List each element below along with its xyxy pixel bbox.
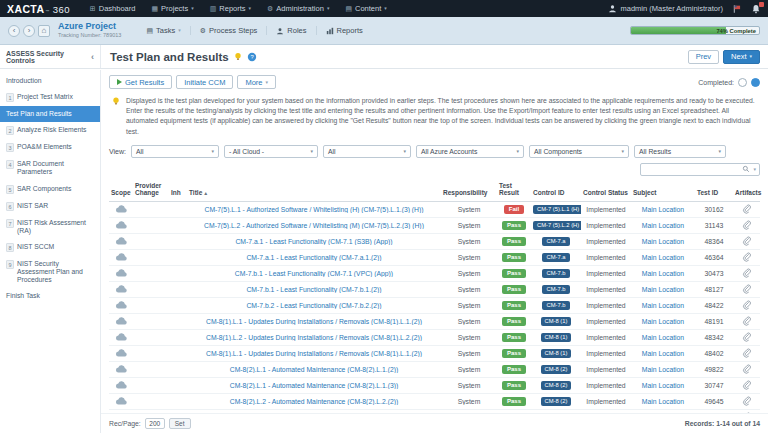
paperclip-icon[interactable] (742, 204, 751, 214)
table-row[interactable]: CM-7.b.1 - Least Functionality (CM-7.1 (… (109, 266, 760, 282)
table-row[interactable]: CM-8(2).L.2 - Automated Maintenance (CM-… (109, 394, 760, 410)
col-provider-change[interactable]: Provider Change (133, 181, 169, 198)
sidebar-item-introduction[interactable]: Introduction (0, 73, 100, 89)
cloud-scope-icon[interactable] (115, 221, 128, 229)
nav-projects[interactable]: ▦Projects▾ (143, 0, 201, 17)
notifications-button[interactable] (751, 4, 761, 14)
sidebar-item-sar-components[interactable]: 5SAR Components (0, 181, 100, 198)
col-test-result[interactable]: Test Result (497, 181, 531, 198)
sidebar-item-test-plan-and-results[interactable]: Test Plan and Results (0, 106, 100, 122)
nav-reports[interactable]: ▥Reports▾ (202, 0, 259, 17)
completed-toggle-on[interactable] (751, 78, 760, 87)
subject-link[interactable]: Main Location (642, 270, 684, 277)
view-filter-select-1[interactable]: All▾ (131, 145, 219, 158)
col-control-id[interactable]: Control ID (531, 188, 581, 197)
col-title[interactable]: Title▲ (187, 188, 441, 198)
paperclip-icon[interactable] (742, 348, 751, 358)
subject-link[interactable]: Main Location (642, 350, 684, 357)
cloud-scope-icon[interactable] (115, 365, 128, 373)
subject-link[interactable]: Main Location (642, 382, 684, 389)
subject-link[interactable]: Main Location (642, 318, 684, 325)
paperclip-icon[interactable] (742, 252, 751, 262)
help-icon[interactable]: ? (247, 52, 257, 62)
cloud-scope-icon[interactable] (115, 205, 128, 213)
test-result-badge[interactable]: Pass (502, 349, 526, 358)
initiate-ccm-button[interactable]: Initiate CCM (176, 75, 233, 89)
table-row[interactable]: CM-8(1).L.1 - Updates During Installatio… (109, 346, 760, 362)
sidebar-item-nist-risk-assessment[interactable]: 7NIST Risk Assessment (RA) (0, 215, 100, 239)
sidebar-item-project-test-matrix[interactable]: 1Project Test Matrix (0, 89, 100, 106)
table-row[interactable]: CM-8(1).L.2 - Updates During Installatio… (109, 330, 760, 346)
cloud-scope-icon[interactable] (115, 269, 128, 277)
subject-link[interactable]: Main Location (642, 398, 684, 405)
get-results-button[interactable]: Get Results (109, 75, 172, 89)
table-row[interactable]: CM-7(5).L.1 - Authorized Software / Whit… (109, 202, 760, 218)
test-title-link[interactable]: CM-8(2).L.1 - Automated Maintenance (CM-… (230, 366, 398, 373)
test-result-badge[interactable]: Pass (502, 397, 526, 406)
paperclip-icon[interactable] (742, 220, 751, 230)
sidebar-item-nist-security-assessment-plan[interactable]: 9NIST Security Assessment Plan and Proce… (0, 256, 100, 288)
subject-link[interactable]: Main Location (642, 254, 684, 261)
cloud-scope-icon[interactable] (115, 285, 128, 293)
rec-page-input[interactable] (145, 418, 165, 429)
table-row[interactable]: CM-7.b.1 - Least Functionality (CM-7.b.1… (109, 282, 760, 298)
col-scope[interactable]: Scope (109, 188, 133, 197)
table-row[interactable]: CM-8(1).L.1 - Updates During Installatio… (109, 314, 760, 330)
view-filter-select-6[interactable]: All Results▾ (634, 145, 726, 158)
test-result-badge[interactable]: Fail (504, 205, 524, 214)
table-row[interactable]: CM-7.a.1 - Least Functionality (CM-7.a.1… (109, 250, 760, 266)
home-button[interactable]: ⌂ (38, 25, 50, 37)
prev-button[interactable]: Prev (688, 50, 719, 64)
search-scope-caret-icon[interactable]: ▾ (753, 167, 756, 172)
sidebar-item-sar-document-parameters[interactable]: 4SAR Document Parameters (0, 156, 100, 180)
test-title-link[interactable]: CM-7.b.1 - Least Functionality (CM-7.1 (… (235, 270, 393, 277)
sidebar-collapse-icon[interactable]: ‹ (91, 52, 94, 62)
paperclip-icon[interactable] (742, 236, 751, 246)
test-result-badge[interactable]: Pass (502, 381, 526, 390)
col-control-status[interactable]: Control Status (581, 188, 631, 197)
test-title-link[interactable]: CM-7.a.1 - Least Functionality (CM-7.a.1… (246, 254, 381, 261)
sidebar-item-nist-sar[interactable]: 6NIST SAR (0, 198, 100, 215)
paperclip-icon[interactable] (742, 284, 751, 294)
subject-link[interactable]: Main Location (642, 334, 684, 341)
completed-toggle-off[interactable] (738, 78, 747, 87)
sidebar-item-finish-task[interactable]: Finish Task (0, 288, 100, 304)
paperclip-icon[interactable] (742, 268, 751, 278)
cloud-scope-icon[interactable] (115, 381, 128, 389)
test-result-badge[interactable]: Pass (502, 365, 526, 374)
subject-link[interactable]: Main Location (642, 222, 684, 229)
col-responsibility[interactable]: Responsibility (441, 188, 497, 197)
col-artifacts[interactable]: Artifacts (733, 188, 763, 197)
test-result-badge[interactable]: Pass (502, 253, 526, 262)
sidebar-item-poam-elements[interactable]: 3POA&M Elements (0, 139, 100, 156)
paperclip-icon[interactable] (742, 300, 751, 310)
paperclip-icon[interactable] (742, 332, 751, 342)
view-filter-select-2[interactable]: - All Cloud -▾ (224, 145, 318, 158)
forward-button[interactable]: › (23, 25, 35, 37)
cloud-scope-icon[interactable] (115, 349, 128, 357)
project-menu-roles[interactable]: Roles (266, 26, 315, 35)
test-result-badge[interactable]: Pass (502, 301, 526, 310)
cloud-scope-icon[interactable] (115, 237, 128, 245)
view-filter-select-5[interactable]: All Components▾ (529, 145, 629, 158)
test-result-badge[interactable]: Pass (502, 317, 526, 326)
test-result-badge[interactable]: Pass (502, 221, 526, 230)
test-title-link[interactable]: CM-7(5).L.1 - Authorized Software / Whit… (204, 206, 423, 213)
next-button[interactable]: Next▾ (723, 50, 760, 64)
project-name-link[interactable]: Azure Project (58, 21, 121, 31)
paperclip-icon[interactable] (742, 380, 751, 390)
cloud-scope-icon[interactable] (115, 253, 128, 261)
sidebar-item-analyze-risk-elements[interactable]: 2Analyze Risk Elements (0, 122, 100, 139)
table-row[interactable]: CM-7.b.2 - Least Functionality (CM-7.b.2… (109, 298, 760, 314)
set-button[interactable]: Set (169, 418, 191, 429)
cloud-scope-icon[interactable] (115, 397, 128, 405)
test-result-badge[interactable]: Pass (502, 333, 526, 342)
back-button[interactable]: ‹ (8, 25, 20, 37)
project-menu-tasks[interactable]: ▤Tasks▾ (137, 26, 189, 35)
test-title-link[interactable]: CM-8(2).L.1 - Automated Maintenance (CM-… (230, 382, 398, 389)
paperclip-icon[interactable] (742, 364, 751, 374)
test-title-link[interactable]: CM-8(2).L.2 - Automated Maintenance (CM-… (230, 398, 398, 405)
cloud-scope-icon[interactable] (115, 301, 128, 309)
project-menu-reports[interactable]: Reports (316, 26, 372, 35)
user-menu[interactable]: madmin (Master Administrator) (608, 4, 723, 13)
